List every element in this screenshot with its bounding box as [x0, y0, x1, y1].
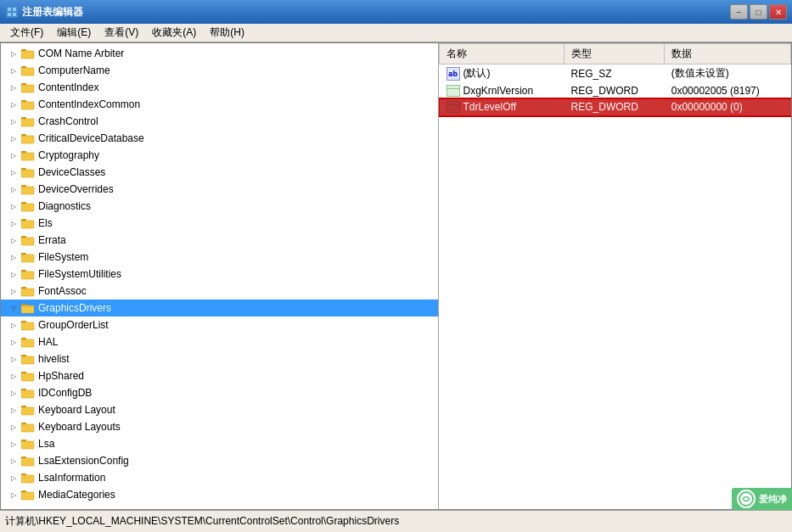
tree-item-content-index[interactable]: ContentIndex: [1, 79, 438, 96]
tree-item-label-cryptography: Cryptography: [38, 149, 99, 161]
tree-item-hal[interactable]: HAL: [1, 333, 438, 350]
tree-item-group-order-list[interactable]: GroupOrderList: [1, 316, 438, 333]
details-scroll[interactable]: 名称 类型 数据 ab(默认)REG_SZ(数值未设置) DxgKrnlVers…: [439, 43, 791, 509]
svg-rect-68: [21, 390, 34, 398]
tree-item-media-categories[interactable]: MediaCategories: [1, 486, 438, 503]
status-path: 计算机\HKEY_LOCAL_MACHINE\SYSTEM\CurrentCon…: [5, 514, 399, 529]
expand-icon-com-name-arbiter[interactable]: [8, 48, 20, 59]
tree-item-computer-name[interactable]: ComputerName: [1, 62, 438, 79]
tree-item-keyboard-layouts[interactable]: Keyboard Layouts: [1, 418, 438, 435]
menu-item-favorites[interactable]: 收藏夹(A): [145, 24, 203, 42]
tree-item-crash-control[interactable]: CrashControl: [1, 113, 438, 130]
folder-icon-crash-control: [21, 115, 35, 127]
tree-item-lsa[interactable]: Lsa: [1, 435, 438, 452]
expand-icon-lsa-information[interactable]: [8, 472, 20, 484]
tree-item-lsa-information[interactable]: LsaInformation: [1, 469, 438, 486]
tree-item-cryptography[interactable]: Cryptography: [1, 147, 438, 164]
tree-item-graphics-drivers[interactable]: GraphicsDrivers: [1, 300, 438, 316]
tree-item-els[interactable]: Els: [1, 215, 438, 232]
folder-icon-filesystem: [21, 251, 35, 263]
expand-icon-els[interactable]: [8, 217, 20, 229]
tree-item-filesystem[interactable]: FileSystem: [1, 249, 438, 266]
tree-item-label-hal: HAL: [38, 336, 58, 348]
tree-item-id-config-db[interactable]: IDConfigDB: [1, 384, 438, 401]
expand-icon-hp-shared[interactable]: [8, 370, 20, 382]
expand-icon-graphics-drivers[interactable]: [8, 302, 20, 314]
col-header-name: 名称: [440, 44, 565, 64]
tree-item-device-classes[interactable]: DeviceClasses: [1, 164, 438, 181]
tree-item-label-lsa-information: LsaInformation: [38, 472, 105, 484]
expand-icon-font-assoc[interactable]: [8, 285, 20, 297]
tree-item-label-hivelist: hivelist: [38, 353, 70, 365]
svg-rect-22: [21, 136, 34, 143]
folder-icon-lsa-information: [21, 472, 35, 484]
svg-rect-46: [21, 272, 34, 279]
tree-item-content-index-common[interactable]: ContentIndexCommon: [1, 96, 438, 113]
table-row-default[interactable]: ab(默认)REG_SZ(数值未设置): [440, 64, 791, 83]
expand-icon-media-categories[interactable]: [8, 489, 20, 501]
expand-icon-filesystem[interactable]: [8, 251, 20, 263]
svg-rect-1: [8, 8, 11, 11]
expand-icon-errata[interactable]: [8, 234, 20, 246]
minimize-button[interactable]: −: [730, 4, 748, 20]
tree-item-lsa-extension-config[interactable]: LsaExtensionConfig: [1, 452, 438, 469]
tree-scroll[interactable]: COM Name Arbiter ComputerName ContentInd…: [1, 43, 438, 509]
svg-rect-49: [21, 288, 34, 296]
col-header-type: 类型: [565, 44, 665, 64]
cell-type-default: REG_SZ: [565, 64, 665, 83]
tree-item-errata[interactable]: Errata: [1, 232, 438, 249]
folder-icon-hal: [21, 336, 35, 348]
expand-icon-computer-name[interactable]: [8, 64, 20, 76]
tree-item-com-name-arbiter[interactable]: COM Name Arbiter: [1, 45, 438, 62]
restore-button[interactable]: □: [750, 4, 767, 20]
expand-icon-content-index-common[interactable]: [8, 98, 20, 110]
tree-item-label-crash-control: CrashControl: [38, 115, 98, 127]
status-bar: 计算机\HKEY_LOCAL_MACHINE\SYSTEM\CurrentCon…: [0, 510, 792, 532]
expand-icon-filesystem-utilities[interactable]: [8, 268, 20, 280]
tree-item-font-assoc[interactable]: FontAssoc: [1, 283, 438, 300]
close-button[interactable]: ✕: [769, 4, 787, 20]
menu-item-view[interactable]: 查看(V): [98, 24, 145, 42]
folder-icon-critical-device-database: [21, 132, 35, 144]
expand-icon-content-index[interactable]: [8, 81, 20, 93]
tree-item-keyboard-layout[interactable]: Keyboard Layout: [1, 401, 438, 418]
table-row-dxgkrnl-version[interactable]: DxgKrnlVersionREG_DWORD0x00002005 (8197): [440, 83, 791, 99]
expand-icon-diagnostics[interactable]: [8, 200, 20, 212]
menu-item-help[interactable]: 帮助(H): [203, 24, 251, 42]
folder-icon-cryptography: [21, 149, 35, 161]
tree-item-hivelist[interactable]: hivelist: [1, 350, 438, 367]
tree-item-device-overrides[interactable]: DeviceOverrides: [1, 181, 438, 198]
expand-icon-lsa-extension-config[interactable]: [8, 455, 20, 467]
expand-icon-lsa[interactable]: [8, 438, 20, 450]
expand-icon-device-overrides[interactable]: [8, 183, 20, 195]
tree-item-critical-device-database[interactable]: CriticalDeviceDatabase: [1, 130, 438, 147]
folder-icon-group-order-list: [21, 319, 35, 331]
folder-icon-els: [21, 217, 35, 229]
details-pane: 名称 类型 数据 ab(默认)REG_SZ(数值未设置) DxgKrnlVers…: [439, 43, 791, 509]
expand-icon-id-config-db[interactable]: [8, 387, 20, 399]
tree-item-hp-shared[interactable]: HpShared: [1, 367, 438, 384]
col-header-data: 数据: [665, 44, 791, 64]
menu-item-file[interactable]: 文件(F): [3, 24, 50, 42]
expand-icon-hivelist[interactable]: [8, 353, 20, 365]
expand-icon-group-order-list[interactable]: [8, 319, 20, 331]
expand-icon-critical-device-database[interactable]: [8, 132, 20, 144]
tree-item-filesystem-utilities[interactable]: FileSystemUtilities: [1, 266, 438, 283]
tree-item-label-id-config-db: IDConfigDB: [38, 387, 92, 399]
expand-icon-crash-control[interactable]: [8, 115, 20, 127]
tree-item-diagnostics[interactable]: Diagnostics: [1, 198, 438, 215]
expand-icon-keyboard-layout[interactable]: [8, 404, 20, 416]
svg-rect-19: [21, 119, 34, 126]
expand-icon-hal[interactable]: [8, 336, 20, 348]
expand-icon-cryptography[interactable]: [8, 149, 20, 161]
tree-item-label-lsa: Lsa: [38, 438, 54, 450]
expand-icon-device-classes[interactable]: [8, 166, 20, 178]
svg-rect-13: [21, 85, 34, 92]
cell-data-dxgkrnl-version: 0x00002005 (8197): [665, 83, 791, 99]
folder-icon-device-overrides: [21, 183, 35, 195]
tree-item-label-computer-name: ComputerName: [38, 64, 110, 76]
menu-item-edit[interactable]: 编辑(E): [50, 24, 98, 42]
table-row-tdr-level-off[interactable]: TdrLevelOffREG_DWORD0x00000000 (0): [440, 99, 791, 115]
svg-rect-71: [21, 407, 34, 415]
expand-icon-keyboard-layouts[interactable]: [8, 421, 20, 433]
